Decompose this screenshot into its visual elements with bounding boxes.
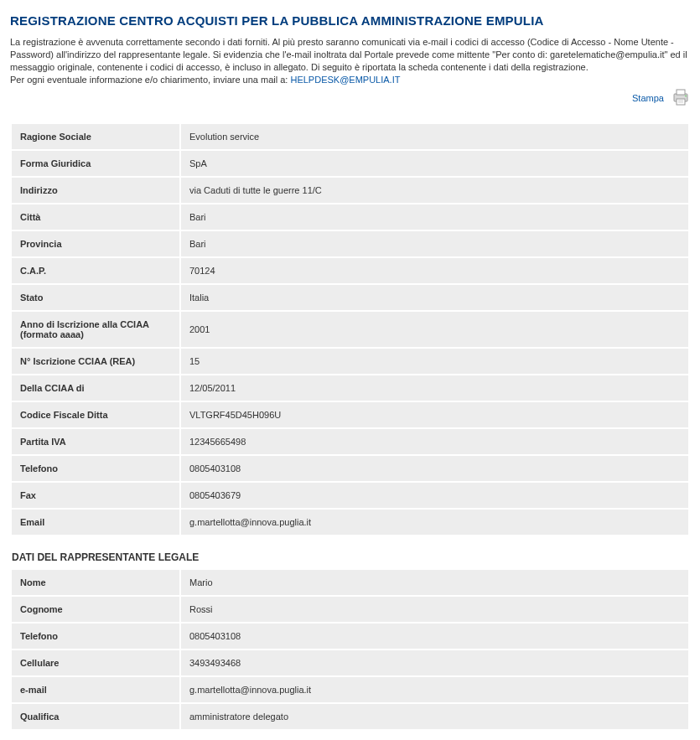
intro-paragraph-2: Per ogni eventuale informazione e/o chia… — [10, 75, 290, 85]
legal-field-value: Mario — [181, 570, 688, 595]
company-field-label: Anno di Iscrizione alla CCIAA (formato a… — [12, 312, 179, 347]
legal-field-value: 3493493468 — [181, 650, 688, 675]
svg-rect-1 — [677, 90, 685, 95]
legal-field-value: amministratore delegato — [181, 704, 688, 729]
legal-field-label: e-mail — [12, 677, 179, 702]
table-row: Partita IVA12345665498 — [12, 429, 688, 454]
company-field-label: Telefono — [12, 456, 179, 481]
table-row: Indirizzovia Caduti di tutte le guerre 1… — [12, 178, 688, 203]
table-row: Qualificaamministratore delegato — [12, 704, 688, 729]
company-field-value: Evolution service — [181, 124, 688, 149]
intro-text: La registrazione è avvenuta correttament… — [10, 36, 690, 85]
legal-field-label: Nome — [12, 570, 179, 595]
company-field-label: Codice Fiscale Ditta — [12, 402, 179, 427]
legal-field-label: Telefono — [12, 624, 179, 649]
table-row: e-mailg.martellotta@innova.puglia.it — [12, 677, 688, 702]
company-field-value: VLTGRF45D45H096U — [181, 402, 688, 427]
company-field-label: Della CCIAA di — [12, 375, 179, 401]
company-field-label: Email — [12, 510, 179, 535]
company-field-value: 15 — [181, 349, 688, 374]
legal-field-label: Cognome — [12, 597, 179, 622]
company-field-label: Città — [12, 204, 179, 230]
company-field-value: 0805403679 — [181, 483, 688, 508]
legal-field-value: g.martellotta@innova.puglia.it — [181, 677, 688, 702]
company-field-value: 12345665498 — [181, 429, 688, 454]
svg-point-3 — [685, 96, 687, 97]
table-row: Codice Fiscale DittaVLTGRF45D45H096U — [12, 402, 688, 427]
company-field-label: Provincia — [12, 231, 179, 256]
intro-paragraph-1: La registrazione è avvenuta correttament… — [10, 37, 687, 72]
company-field-value: 2001 — [181, 312, 688, 347]
legal-table: NomeMarioCognomeRossiTelefono0805403108C… — [10, 568, 690, 731]
table-row: Ragione SocialeEvolution service — [12, 124, 688, 149]
company-field-label: Ragione Sociale — [12, 124, 179, 149]
company-field-value: 12/05/2011 — [181, 375, 688, 401]
company-field-value: 0805403108 — [181, 456, 688, 481]
print-row: Stampa — [10, 89, 690, 107]
table-row: Forma GiuridicaSpA — [12, 151, 688, 176]
company-field-label: Partita IVA — [12, 429, 179, 454]
table-row: N° Iscrizione CCIAA (REA)15 — [12, 349, 688, 374]
table-row: StatoItalia — [12, 285, 688, 310]
company-field-label: Stato — [12, 285, 179, 310]
table-row: Cellulare3493493468 — [12, 650, 688, 675]
company-field-value: Bari — [181, 204, 688, 230]
company-field-label: N° Iscrizione CCIAA (REA) — [12, 349, 179, 374]
table-row: Telefono0805403108 — [12, 624, 688, 649]
company-field-value: Italia — [181, 285, 688, 310]
table-row: Anno di Iscrizione alla CCIAA (formato a… — [12, 312, 688, 347]
helpdesk-link[interactable]: HELPDESK@EMPULIA.IT — [290, 75, 400, 85]
legal-field-value: Rossi — [181, 597, 688, 622]
printer-icon[interactable] — [671, 89, 690, 107]
company-field-value: Bari — [181, 231, 688, 256]
legal-section-title: DATI DEL RAPPRESENTANTE LEGALE — [12, 551, 690, 563]
table-row: Emailg.martellotta@innova.puglia.it — [12, 510, 688, 535]
table-row: NomeMario — [12, 570, 688, 595]
company-field-value: g.martellotta@innova.puglia.it — [181, 510, 688, 535]
table-row: CognomeRossi — [12, 597, 688, 622]
company-field-value: SpA — [181, 151, 688, 176]
legal-field-label: Qualifica — [12, 704, 179, 729]
company-field-value: via Caduti di tutte le guerre 11/C — [181, 178, 688, 203]
company-table: Ragione SocialeEvolution serviceForma Gi… — [10, 122, 690, 536]
legal-field-label: Cellulare — [12, 650, 179, 675]
table-row: CittàBari — [12, 204, 688, 230]
company-field-label: Forma Giuridica — [12, 151, 179, 176]
legal-field-value: 0805403108 — [181, 624, 688, 649]
print-link[interactable]: Stampa — [632, 93, 664, 103]
company-field-label: Indirizzo — [12, 178, 179, 203]
table-row: Della CCIAA di12/05/2011 — [12, 375, 688, 401]
table-row: Telefono0805403108 — [12, 456, 688, 481]
table-row: Fax0805403679 — [12, 483, 688, 508]
company-field-label: Fax — [12, 483, 179, 508]
table-row: ProvinciaBari — [12, 231, 688, 256]
table-row: C.A.P.70124 — [12, 258, 688, 283]
company-field-value: 70124 — [181, 258, 688, 283]
page-title: REGISTRAZIONE CENTRO ACQUISTI PER LA PUB… — [10, 13, 690, 28]
company-field-label: C.A.P. — [12, 258, 179, 283]
